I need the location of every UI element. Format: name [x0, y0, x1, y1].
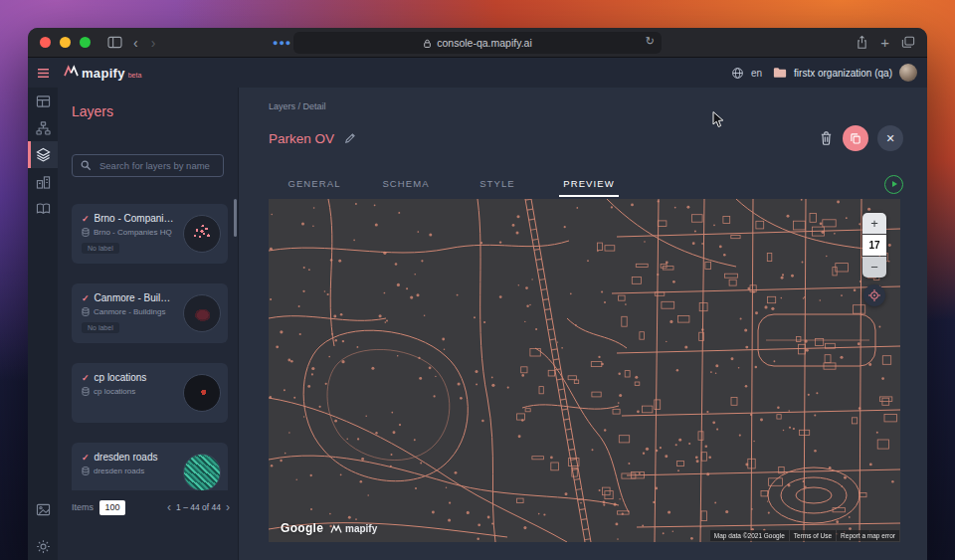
play-icon: [890, 180, 898, 188]
logo-beta-label: beta: [128, 72, 142, 79]
check-icon: ✓: [82, 214, 90, 224]
layer-search[interactable]: [72, 154, 224, 177]
layer-thumbnail: [183, 454, 221, 490]
layer-badge: No label: [82, 243, 119, 254]
layer-card[interactable]: ✓Brno - Compani… Brno - Companies HQ No …: [72, 204, 228, 264]
pencil-icon: [344, 132, 356, 144]
sidebar-item-layers[interactable]: [28, 141, 58, 168]
sidebar-item-hierarchy[interactable]: [28, 114, 58, 141]
mapify-watermark-text: mapify: [345, 523, 377, 534]
panel-footer: Items ‹ 1 – 44 of 44 ›: [58, 490, 238, 524]
duplicate-layer-button[interactable]: [843, 125, 868, 151]
org-chart-icon: [36, 121, 51, 135]
detail-tabs: GENERAL SCHEMA STYLE PREVIEW: [269, 171, 903, 197]
tab-preview[interactable]: PREVIEW: [543, 171, 635, 197]
address-bar[interactable]: console-qa.mapify.ai ↻: [293, 32, 662, 54]
zoom-level: 17: [862, 235, 886, 256]
book-map-icon: [36, 202, 51, 215]
organization-folder-icon: [773, 67, 787, 79]
items-per-page-input[interactable]: [99, 500, 125, 515]
reload-icon[interactable]: ↻: [646, 35, 655, 48]
share-icon[interactable]: [856, 34, 868, 52]
layer-subtitle: dresden roads: [94, 467, 144, 475]
database-icon: [82, 387, 90, 396]
mapify-app: mapify beta en firstx organization (qa): [28, 58, 927, 560]
icon-rail: [28, 88, 58, 560]
layer-thumbnail: [183, 215, 221, 253]
sidebar-item-datasets[interactable]: [28, 88, 58, 114]
tab-style[interactable]: STYLE: [452, 171, 543, 197]
user-avatar[interactable]: [899, 64, 917, 82]
city-icon: [36, 175, 51, 189]
target-icon: [867, 288, 881, 302]
locate-button[interactable]: [863, 284, 885, 306]
window-minimize-button[interactable]: [60, 37, 71, 48]
zoom-control: + 17 −: [862, 213, 886, 278]
layer-card[interactable]: ✓cp locations cp locations: [72, 363, 228, 423]
layer-name: cp locations: [95, 372, 147, 383]
browser-toolbar: ‹ › ●●● console-qa.mapify.ai ↻ +: [28, 28, 927, 58]
tab-schema[interactable]: SCHEMA: [360, 171, 452, 197]
forward-button[interactable]: ›: [149, 36, 158, 50]
menu-hamburger-icon[interactable]: [28, 68, 58, 79]
map-graphic: [269, 199, 900, 542]
close-detail-button[interactable]: ✕: [877, 125, 903, 151]
map-attribution: Map data ©2021 Google Terms of Use Repor…: [710, 530, 899, 541]
tab-overview-icon[interactable]: [901, 34, 915, 52]
panel-scrollbar[interactable]: [234, 199, 237, 237]
layer-subtitle: Canmore - Buildings: [94, 307, 165, 316]
extension-dots-icon[interactable]: ●●●: [273, 38, 291, 48]
next-page-icon[interactable]: ›: [226, 501, 230, 513]
sidebar-toggle-icon[interactable]: [107, 34, 122, 52]
lock-icon: [423, 38, 432, 49]
layer-subtitle: cp locations: [94, 387, 135, 396]
window-close-button[interactable]: [40, 37, 51, 48]
image-icon: [36, 503, 51, 516]
new-tab-icon[interactable]: +: [880, 35, 889, 50]
layer-name: Canmore - Buil…: [95, 292, 171, 303]
google-logo[interactable]: Google: [281, 521, 323, 535]
sidebar-item-buildings[interactable]: [28, 168, 58, 195]
layer-subtitle: Brno - Companies HQ: [94, 228, 172, 237]
sidebar-item-settings[interactable]: [28, 533, 58, 560]
back-button[interactable]: ‹: [131, 36, 140, 50]
panel-title: Layers: [72, 103, 113, 119]
browser-window: ‹ › ●●● console-qa.mapify.ai ↻ +: [28, 28, 927, 560]
window-zoom-button[interactable]: [80, 37, 91, 48]
tab-general[interactable]: GENERAL: [269, 171, 360, 197]
detail-header: Parken OV ✕: [269, 123, 903, 153]
zoom-out-button[interactable]: −: [862, 257, 886, 278]
map-canvas[interactable]: + 17 − Google mapify Map data ©2021 Goog…: [269, 199, 900, 542]
layer-card[interactable]: ✓dresden roads dresden roads: [72, 443, 228, 490]
terms-link[interactable]: Terms of Use: [790, 530, 836, 541]
database-icon: [82, 307, 90, 316]
report-error-link[interactable]: Report a map error: [837, 530, 899, 541]
prev-page-icon[interactable]: ‹: [167, 501, 171, 513]
layer-title: Parken OV: [269, 131, 334, 146]
layers-panel: Layers ✓Brno - Compani… Brno - Companies…: [58, 88, 239, 560]
check-icon: ✓: [82, 373, 90, 383]
app-topbar: mapify beta en firstx organization (qa): [28, 58, 927, 88]
organization-selector[interactable]: firstx organization (qa): [794, 68, 892, 79]
breadcrumb[interactable]: Layers / Detail: [269, 101, 326, 111]
layer-card[interactable]: ✓Canmore - Buil… Canmore - Buildings No …: [72, 283, 228, 343]
publish-button[interactable]: [884, 175, 903, 194]
language-selector[interactable]: en: [751, 68, 762, 79]
mapify-watermark: mapify: [330, 523, 377, 534]
url-text: console-qa.mapify.ai: [437, 37, 532, 49]
zoom-in-button[interactable]: +: [862, 213, 886, 234]
check-icon: ✓: [82, 453, 90, 463]
layers-icon: [36, 147, 51, 162]
layer-name: dresden roads: [95, 452, 158, 463]
mapify-logo: mapify beta: [64, 65, 141, 81]
sidebar-item-atlas[interactable]: [28, 195, 58, 222]
delete-layer-button[interactable]: [819, 130, 834, 146]
mapify-watermark-icon: [330, 524, 342, 534]
globe-icon[interactable]: [731, 67, 744, 80]
edit-title-button[interactable]: [344, 132, 356, 144]
layer-list: ✓Brno - Compani… Brno - Companies HQ No …: [72, 204, 228, 490]
database-icon: [82, 228, 90, 237]
search-input[interactable]: [97, 159, 215, 172]
gear-icon: [36, 539, 51, 554]
sidebar-item-gallery[interactable]: [28, 496, 58, 523]
